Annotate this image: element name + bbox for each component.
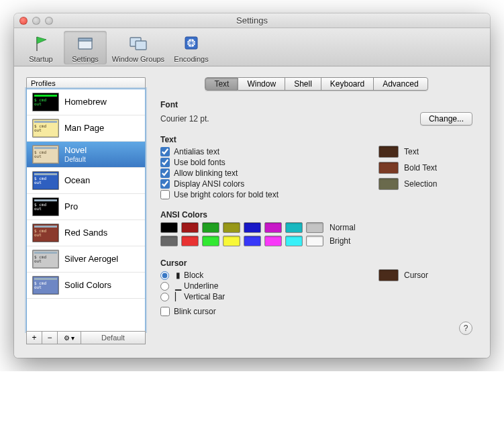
profile-man-page[interactable]: $ cmdoutMan Page — [27, 115, 145, 142]
help-button[interactable]: ? — [459, 322, 472, 335]
profiles-sidebar: Profiles $ cmdoutHomebrew$ cmdoutMan Pag… — [26, 77, 146, 344]
profile-thumb: $ cmdout — [32, 119, 59, 138]
color-well-bold-text[interactable] — [379, 162, 399, 174]
cursor-shape-radio-vertical-bar[interactable] — [160, 293, 169, 301]
tab-text[interactable]: Text — [205, 77, 238, 91]
tab-advanced[interactable]: Advanced — [374, 77, 427, 91]
text-option-label: Use bright colors for bold text — [174, 190, 279, 199]
ansi-row-label: Bright — [330, 236, 350, 246]
ansi-well[interactable] — [264, 236, 282, 246]
cursor-shape-radio-block[interactable] — [160, 271, 169, 280]
text-option-checkbox-4[interactable] — [160, 190, 170, 199]
profile-name: Silver Aerogel — [64, 254, 118, 264]
window-icon — [75, 34, 95, 54]
profile-thumb: $ cmdout — [32, 276, 59, 295]
ansi-well[interactable] — [160, 236, 178, 246]
svg-rect-2 — [79, 38, 92, 41]
toolbar-window-groups[interactable]: Window Groups — [108, 31, 168, 64]
profile-silver-aerogel[interactable]: $ cmdoutSilver Aerogel — [27, 246, 145, 273]
remove-profile-button[interactable]: − — [42, 331, 58, 344]
change-font-button[interactable]: Change... — [420, 112, 472, 126]
ansi-well[interactable] — [285, 222, 303, 233]
ansi-well[interactable] — [306, 222, 323, 233]
titlebar[interactable]: Settings — [14, 13, 490, 28]
ansi-well[interactable] — [202, 222, 219, 233]
toolbar: Startup Settings Window Groups Encodings — [14, 28, 490, 66]
ansi-well[interactable] — [223, 222, 240, 233]
ansi-well[interactable] — [306, 236, 323, 246]
profile-name: Man Page — [64, 124, 104, 134]
ansi-well[interactable] — [285, 236, 303, 246]
text-option-label: Allow blinking text — [174, 168, 238, 178]
tab-keyboard[interactable]: Keyboard — [321, 77, 374, 91]
blink-cursor-label: Blink cursor — [174, 307, 216, 316]
profiles-header: Profiles — [26, 77, 146, 89]
text-option-label: Use bold fonts — [174, 158, 225, 167]
profile-ocean[interactable]: $ cmdoutOcean — [27, 168, 145, 194]
font-description: Courier 12 pt. — [160, 114, 209, 124]
cursor-shape-radio-underline[interactable] — [160, 282, 169, 291]
profile-name: Pro — [64, 202, 78, 212]
ansi-well[interactable] — [202, 236, 219, 246]
ansi-well[interactable] — [223, 236, 240, 246]
profile-subtitle: Default — [64, 156, 87, 164]
sidebar-buttons: + − ⚙ ▾ Default — [26, 331, 146, 344]
ansi-well[interactable] — [160, 222, 178, 233]
profile-actions-button[interactable]: ⚙ ▾ — [57, 331, 81, 344]
toolbar-settings[interactable]: Settings — [64, 31, 107, 64]
font-header: Font — [160, 100, 472, 109]
cursor-section: Cursor ▮Block▁Underline▏Vertical Bar Bli… — [160, 258, 472, 335]
text-option-checkbox-1[interactable] — [160, 158, 170, 167]
color-well-label: Bold Text — [404, 163, 437, 173]
toolbar-encodings[interactable]: Encodings — [170, 31, 213, 64]
cursor-glyph-icon: ▮ — [174, 271, 181, 280]
ansi-well[interactable] — [181, 222, 199, 233]
color-well-selection[interactable] — [379, 178, 399, 190]
profile-name: Homebrew — [64, 97, 107, 107]
profile-red-sands[interactable]: $ cmdoutRed Sands — [27, 220, 145, 246]
tab-window[interactable]: Window — [238, 77, 285, 91]
color-well-text[interactable] — [379, 146, 399, 158]
color-well-label: Selection — [404, 179, 437, 189]
cursor-shape-label: Underline — [184, 281, 218, 291]
ansi-well[interactable] — [244, 222, 261, 233]
cursor-glyph-icon: ▏ — [174, 292, 181, 301]
globe-icon — [181, 34, 201, 54]
profile-name: Ocean — [64, 176, 90, 186]
profile-name: Red Sands — [64, 228, 107, 238]
cursor-color-well[interactable] — [379, 269, 399, 281]
profile-thumb: $ cmdout — [32, 171, 59, 190]
text-option-checkbox-0[interactable] — [160, 147, 170, 156]
color-well-label: Text — [404, 147, 419, 156]
profile-name: Solid Colors — [64, 281, 111, 291]
profile-novel[interactable]: $ cmdoutNovelDefault — [27, 142, 145, 168]
ansi-well[interactable] — [181, 236, 199, 246]
toolbar-startup[interactable]: Startup — [19, 31, 62, 64]
set-default-button[interactable]: Default — [81, 331, 146, 344]
profiles-list[interactable]: $ cmdoutHomebrew$ cmdoutMan Page$ cmdout… — [26, 89, 146, 332]
settings-tabs: TextWindowShellKeyboardAdvanced — [205, 77, 427, 91]
text-option-checkbox-3[interactable] — [160, 179, 170, 189]
gear-icon: ⚙ — [64, 334, 70, 342]
flag-icon — [31, 34, 51, 54]
profile-thumb: $ cmdout — [32, 197, 59, 216]
ansi-well[interactable] — [264, 222, 282, 233]
text-option-label: Display ANSI colors — [174, 179, 244, 189]
cursor-well-label: Cursor — [404, 271, 428, 280]
add-profile-button[interactable]: + — [26, 331, 42, 344]
profile-pro[interactable]: $ cmdoutPro — [27, 194, 145, 220]
ansi-section: ANSI Colors Normal Bright — [160, 210, 472, 249]
font-section: Font Courier 12 pt. Change... — [160, 100, 472, 126]
ansi-row-label: Normal — [330, 223, 356, 232]
cursor-shape-label: Vertical Bar — [184, 292, 225, 301]
svg-rect-4 — [136, 41, 146, 50]
text-option-label: Antialias text — [174, 147, 219, 156]
blink-cursor-checkbox[interactable] — [160, 307, 170, 316]
profile-solid-colors[interactable]: $ cmdoutSolid Colors — [27, 273, 145, 299]
profile-homebrew[interactable]: $ cmdoutHomebrew — [27, 89, 145, 115]
tab-shell[interactable]: Shell — [285, 77, 321, 91]
text-option-checkbox-2[interactable] — [160, 168, 170, 178]
ansi-header: ANSI Colors — [160, 210, 472, 220]
ansi-well[interactable] — [244, 236, 261, 246]
profile-thumb: $ cmdout — [32, 145, 59, 164]
